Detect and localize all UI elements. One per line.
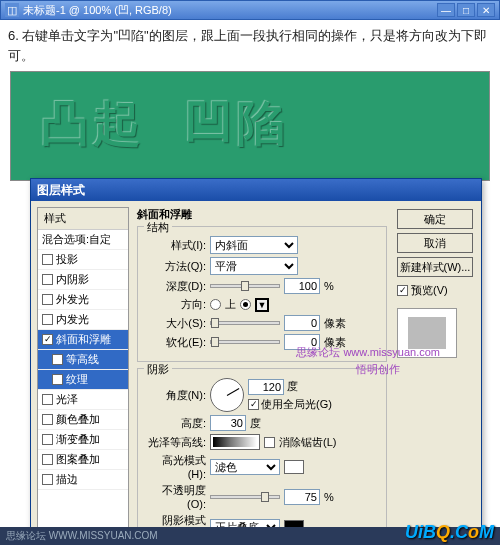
cancel-button[interactable]: 取消 <box>397 233 473 253</box>
depth-label: 深度(D): <box>146 279 206 294</box>
style-item-label: 光泽 <box>56 392 78 407</box>
style-checkbox[interactable] <box>42 274 53 285</box>
size-slider[interactable] <box>210 321 280 325</box>
highlight-mode-label: 高光模式(H): <box>146 453 206 480</box>
ok-button[interactable]: 确定 <box>397 209 473 229</box>
style-checkbox[interactable] <box>52 374 63 385</box>
style-checkbox[interactable] <box>42 294 53 305</box>
style-item-label: 外发光 <box>56 292 89 307</box>
dialog-title: 图层样式 <box>37 182 475 199</box>
style-item-label: 等高线 <box>66 352 99 367</box>
style-item-0[interactable]: 投影 <box>38 250 128 270</box>
style-checkbox[interactable] <box>42 254 53 265</box>
close-button[interactable]: ✕ <box>477 3 495 17</box>
style-item-3[interactable]: 内发光 <box>38 310 128 330</box>
highlight-mode-select[interactable]: 滤色 <box>210 459 280 475</box>
angle-dial[interactable] <box>210 378 244 412</box>
highlight-opacity-input[interactable] <box>284 489 320 505</box>
size-label: 大小(S): <box>146 316 206 331</box>
blend-options-item[interactable]: 混合选项:自定 <box>38 230 128 250</box>
style-checkbox[interactable] <box>52 354 63 365</box>
highlight-opacity-slider[interactable] <box>210 495 280 499</box>
altitude-label: 高度: <box>146 416 206 431</box>
style-item-label: 描边 <box>56 472 78 487</box>
style-item-6[interactable]: 纹理 <box>38 370 128 390</box>
direction-down-radio[interactable] <box>240 299 251 310</box>
watermark-2: 悟明创作 <box>356 362 400 377</box>
panel-title: 斜面和浮雕 <box>137 207 387 222</box>
style-label: 样式(I): <box>146 238 206 253</box>
style-item-label: 颜色叠加 <box>56 412 100 427</box>
antialias-checkbox[interactable] <box>264 437 275 448</box>
soften-label: 软化(E): <box>146 335 206 350</box>
maximize-button[interactable]: □ <box>457 3 475 17</box>
minimize-button[interactable]: — <box>437 3 455 17</box>
style-checkbox[interactable] <box>42 414 53 425</box>
style-checkbox[interactable] <box>42 434 53 445</box>
style-checkbox[interactable] <box>42 454 53 465</box>
canvas-text-left: 凸起 <box>41 92 145 156</box>
direction-up-radio[interactable] <box>210 299 221 310</box>
canvas-text-right: 凹陷 <box>185 92 289 156</box>
depth-slider[interactable] <box>210 284 280 288</box>
window-title: 未标题-1 @ 100% (凹, RGB/8) <box>23 3 435 18</box>
layer-style-dialog: 图层样式 样式 混合选项:自定 投影内阴影外发光内发光斜面和浮雕等高线纹理光泽颜… <box>30 178 482 545</box>
gloss-label: 光泽等高线: <box>146 435 206 450</box>
soften-slider[interactable] <box>210 340 280 344</box>
direction-down-box[interactable]: ▼ <box>255 298 269 312</box>
shading-group: 阴影 角度(N): 度 使用全局光(G) <box>137 368 387 545</box>
style-select[interactable]: 内斜面 <box>210 236 298 254</box>
style-item-label: 内发光 <box>56 312 89 327</box>
style-item-label: 内阴影 <box>56 272 89 287</box>
structure-group: 结构 样式(I): 内斜面 方法(Q): 平滑 深度(D): % 方向: <box>137 226 387 362</box>
instruction-text: 6. 右键单击文字为"凹陷"的图层，跟上面一段执行相同的操作，只是将方向改为下即… <box>8 26 492 65</box>
style-checkbox[interactable] <box>42 334 53 345</box>
method-select[interactable]: 平滑 <box>210 257 298 275</box>
depth-input[interactable] <box>284 278 320 294</box>
dialog-titlebar: 图层样式 <box>31 179 481 201</box>
size-input[interactable] <box>284 315 320 331</box>
style-item-2[interactable]: 外发光 <box>38 290 128 310</box>
style-item-1[interactable]: 内阴影 <box>38 270 128 290</box>
highlight-color-swatch[interactable] <box>284 460 304 474</box>
logo: UiBQ.CoM <box>405 522 494 543</box>
style-item-9[interactable]: 渐变叠加 <box>38 430 128 450</box>
style-item-4[interactable]: 斜面和浮雕 <box>38 330 128 350</box>
style-item-label: 图案叠加 <box>56 452 100 467</box>
new-style-button[interactable]: 新建样式(W)... <box>397 257 473 277</box>
preview-checkbox[interactable] <box>397 285 408 296</box>
highlight-opacity-label: 不透明度(O): <box>146 483 206 510</box>
canvas-area: 凸起 凹陷 <box>10 71 490 181</box>
app-icon: ◫ <box>5 3 19 17</box>
style-list: 样式 混合选项:自定 投影内阴影外发光内发光斜面和浮雕等高线纹理光泽颜色叠加渐变… <box>37 207 129 545</box>
direction-label: 方向: <box>146 297 206 312</box>
global-light-checkbox[interactable] <box>248 399 259 410</box>
gloss-contour[interactable] <box>210 434 260 450</box>
main-titlebar: ◫ 未标题-1 @ 100% (凹, RGB/8) — □ ✕ <box>0 0 500 20</box>
style-item-label: 纹理 <box>66 372 88 387</box>
method-label: 方法(Q): <box>146 259 206 274</box>
watermark-1: 思缘论坛 www.missyuan.com <box>296 345 440 360</box>
styles-header: 样式 <box>38 208 128 230</box>
style-item-10[interactable]: 图案叠加 <box>38 450 128 470</box>
altitude-input[interactable] <box>210 415 246 431</box>
style-item-7[interactable]: 光泽 <box>38 390 128 410</box>
style-checkbox[interactable] <box>42 394 53 405</box>
style-checkbox[interactable] <box>42 474 53 485</box>
style-item-11[interactable]: 描边 <box>38 470 128 490</box>
angle-input[interactable] <box>248 379 284 395</box>
style-checkbox[interactable] <box>42 314 53 325</box>
style-item-label: 斜面和浮雕 <box>56 332 111 347</box>
style-item-label: 投影 <box>56 252 78 267</box>
angle-label: 角度(N): <box>146 388 206 403</box>
style-item-5[interactable]: 等高线 <box>38 350 128 370</box>
style-item-label: 渐变叠加 <box>56 432 100 447</box>
style-item-8[interactable]: 颜色叠加 <box>38 410 128 430</box>
